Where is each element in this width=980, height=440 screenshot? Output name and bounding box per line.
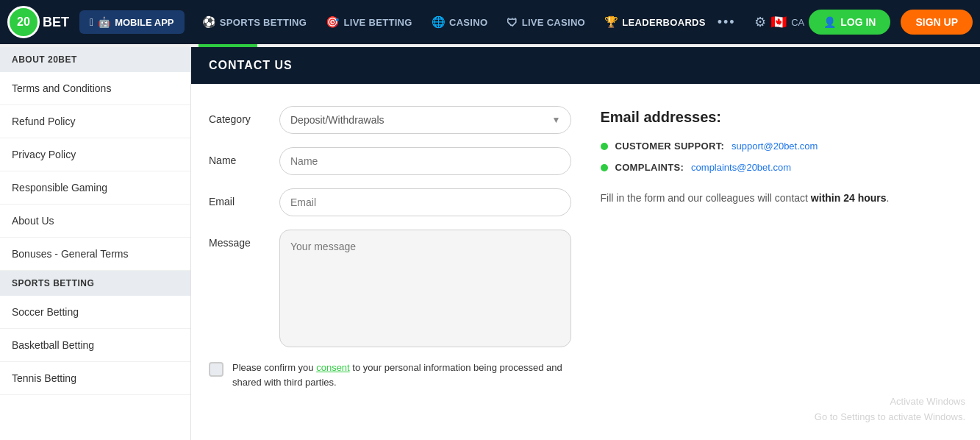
country-code[interactable]: CA: [791, 17, 804, 28]
live-casino-icon: 🛡: [507, 16, 518, 29]
email-input[interactable]: [279, 188, 571, 216]
category-select[interactable]: Deposit/Withdrawals Technical Support Bo…: [279, 106, 571, 134]
name-row: Name: [209, 147, 571, 175]
category-row: Category Deposit/Withdrawals Technical S…: [209, 106, 571, 134]
email-list: CUSTOMER SUPPORT: support@20bet.com COMP…: [601, 141, 963, 173]
sidebar-item-refund[interactable]: Refund Policy: [0, 105, 190, 138]
nav-live-casino[interactable]: 🛡 LIVE CASINO: [499, 16, 593, 29]
sidebar-item-tennis[interactable]: Tennis Betting: [0, 362, 190, 395]
logo[interactable]: 20 BET: [7, 6, 69, 38]
sidebar-item-terms[interactable]: Terms and Conditions: [0, 72, 190, 105]
email-list-item-support: CUSTOMER SUPPORT: support@20bet.com: [601, 141, 963, 152]
email-row: Email: [209, 188, 571, 216]
name-input[interactable]: [279, 147, 571, 175]
consent-row: Please confirm you consent to your perso…: [209, 361, 571, 389]
sports-icon: ⚽: [202, 15, 216, 29]
nav-sports-betting[interactable]: ⚽ SPORTS BETTING: [195, 15, 315, 29]
fill-note: Fill in the form and our colleagues will…: [601, 191, 963, 206]
country-flag[interactable]: 🇨🇦: [770, 14, 787, 30]
login-icon: 👤: [823, 16, 836, 28]
sidebar-item-soccer[interactable]: Soccer Betting: [0, 296, 190, 329]
live-betting-icon: 🎯: [326, 15, 340, 29]
message-textarea[interactable]: [279, 230, 571, 347]
apple-icon: : [90, 16, 93, 28]
sidebar-item-bonuses[interactable]: Bonuses - General Terms: [0, 238, 190, 271]
top-navigation: 20 BET  🤖 MOBILE APP ⚽ SPORTS BETTING 🎯…: [0, 0, 980, 44]
logo-circle: 20: [7, 6, 40, 38]
main-layout: ABOUT 20BET Terms and Conditions Refund …: [0, 47, 980, 440]
email-addresses-title: Email addresses:: [601, 109, 963, 126]
mobile-app-button[interactable]:  🤖 MOBILE APP: [79, 10, 185, 34]
support-email[interactable]: support@20bet.com: [732, 141, 818, 152]
sidebar-item-about[interactable]: About Us: [0, 205, 190, 238]
sidebar-section-about: ABOUT 20BET: [0, 47, 190, 72]
message-row: Message: [209, 230, 571, 347]
sidebar-section-sports: SPORTS BETTING: [0, 271, 190, 296]
complaints-label: COMPLAINTS:: [615, 162, 684, 173]
signup-button[interactable]: SIGN UP: [901, 10, 973, 35]
email-label: Email: [209, 188, 268, 207]
complaints-email[interactable]: complaints@20bet.com: [691, 162, 791, 173]
nav-live-betting[interactable]: 🎯 LIVE BETTING: [318, 15, 419, 29]
message-label: Message: [209, 230, 268, 249]
more-options[interactable]: •••: [718, 15, 736, 30]
login-button[interactable]: 👤 LOG IN: [809, 10, 890, 35]
consent-link[interactable]: consent: [316, 362, 350, 373]
support-dot: [601, 143, 608, 150]
complaints-dot: [601, 164, 608, 171]
name-label: Name: [209, 147, 268, 166]
contact-us-header: CONTACT US: [191, 47, 980, 84]
contact-body: Category Deposit/Withdrawals Technical S…: [191, 84, 980, 411]
consent-text: Please confirm you consent to your perso…: [232, 361, 571, 389]
email-list-item-complaints: COMPLAINTS: complaints@20bet.com: [601, 162, 963, 173]
logo-text: BET: [43, 15, 69, 30]
sidebar-item-privacy[interactable]: Privacy Policy: [0, 138, 190, 171]
email-section: Email addresses: CUSTOMER SUPPORT: suppo…: [601, 106, 963, 389]
sidebar-item-basketball[interactable]: Basketball Betting: [0, 329, 190, 362]
active-indicator: [0, 44, 980, 47]
nav-leaderboards[interactable]: 🏆 LEADERBOARDS: [597, 15, 713, 29]
android-icon: 🤖: [98, 16, 110, 28]
nav-casino[interactable]: 🌐 CASINO: [424, 15, 496, 29]
leaderboards-icon: 🏆: [604, 15, 618, 29]
contact-form: Category Deposit/Withdrawals Technical S…: [209, 106, 571, 389]
settings-icon[interactable]: ⚙: [754, 14, 766, 30]
category-label: Category: [209, 106, 268, 125]
sidebar-item-responsible[interactable]: Responsible Gaming: [0, 171, 190, 205]
category-select-wrap: Deposit/Withdrawals Technical Support Bo…: [279, 106, 571, 134]
casino-icon: 🌐: [432, 15, 446, 29]
support-label: CUSTOMER SUPPORT:: [615, 141, 725, 152]
sidebar: ABOUT 20BET Terms and Conditions Refund …: [0, 47, 191, 440]
consent-checkbox[interactable]: [209, 362, 223, 377]
content-area: CONTACT US Category Deposit/Withdrawals …: [191, 47, 980, 440]
